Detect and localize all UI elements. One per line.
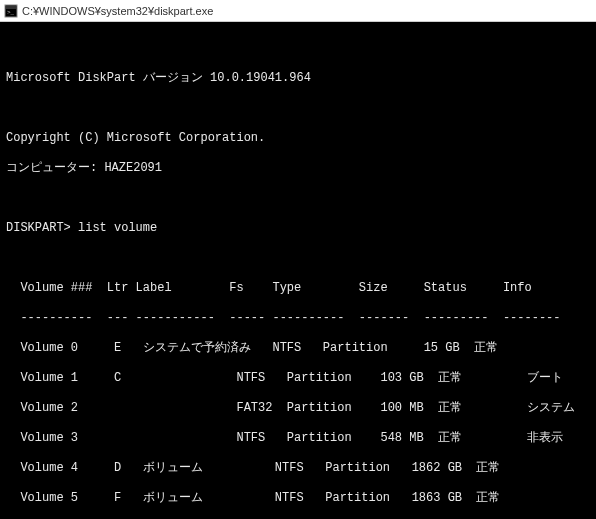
computer-name-line: コンピューター: HAZE2091 — [6, 161, 590, 176]
console-output[interactable]: Microsoft DiskPart バージョン 10.0.19041.964 … — [0, 22, 596, 519]
volume-row: Volume 1 C NTFS Partition 103 GB 正常 ブート — [6, 371, 590, 386]
blank-line — [6, 101, 590, 116]
volume-row: Volume 5 F ボリューム NTFS Partition 1863 GB … — [6, 491, 590, 506]
blank-line — [6, 41, 590, 56]
volume-row: Volume 3 NTFS Partition 548 MB 正常 非表示 — [6, 431, 590, 446]
window-title: C:¥WINDOWS¥system32¥diskpart.exe — [22, 5, 213, 17]
volume-row: Volume 2 FAT32 Partition 100 MB 正常 システム — [6, 401, 590, 416]
app-icon: >_ — [4, 4, 18, 18]
volume-row: Volume 4 D ボリューム NTFS Partition 1862 GB … — [6, 461, 590, 476]
header-line: Microsoft DiskPart バージョン 10.0.19041.964 — [6, 71, 590, 86]
copyright-line: Copyright (C) Microsoft Corporation. — [6, 131, 590, 146]
blank-line — [6, 251, 590, 266]
volume-table-header: Volume ### Ltr Label Fs Type Size Status… — [6, 281, 590, 296]
window-titlebar[interactable]: >_ C:¥WINDOWS¥system32¥diskpart.exe — [0, 0, 596, 22]
svg-text:>_: >_ — [7, 9, 15, 16]
prompt-list-volume: DISKPART> list volume — [6, 221, 590, 236]
volume-row: Volume 0 E システムで予約済み NTFS Partition 15 G… — [6, 341, 590, 356]
volume-table-divider: ---------- --- ----------- ----- -------… — [6, 311, 590, 326]
blank-line — [6, 191, 590, 206]
